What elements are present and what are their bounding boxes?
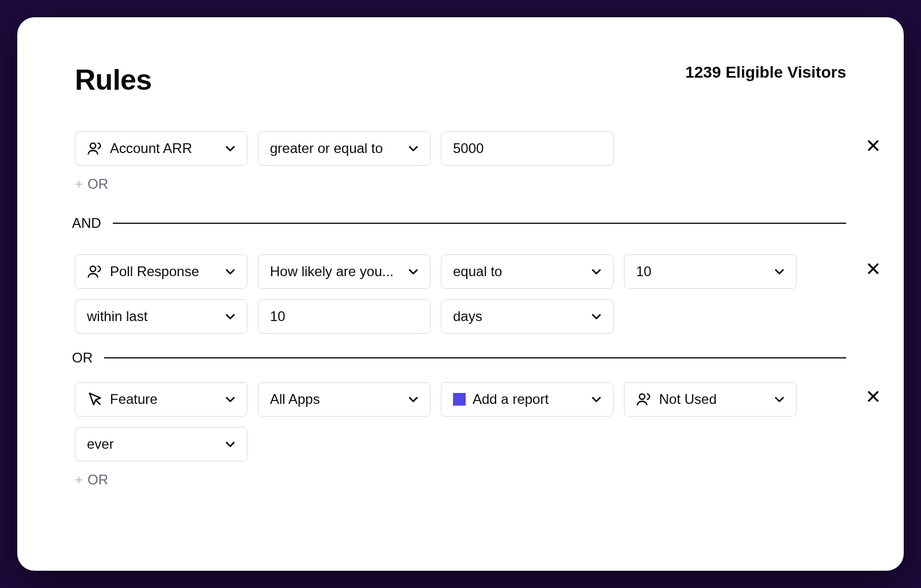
svg-point-5	[90, 266, 96, 272]
add-or-button[interactable]: + OR	[75, 176, 846, 192]
remove-rule-button[interactable]	[866, 138, 881, 153]
field-label: greater or equal to	[270, 140, 401, 156]
attribute-select[interactable]: Feature	[75, 382, 248, 417]
poll-select[interactable]: How likely are you...	[258, 254, 431, 289]
timeframe-select[interactable]: ever	[75, 427, 248, 461]
chevron-down-icon	[774, 268, 785, 276]
operator-select[interactable]: equal to	[441, 254, 614, 289]
rule-row: Feature All Apps Add a report Not Used	[75, 382, 846, 417]
value-input-field[interactable]	[453, 140, 602, 156]
field-label: Feature	[110, 391, 218, 407]
field-label: Add a report	[473, 391, 584, 407]
chevron-down-icon	[225, 440, 235, 448]
and-separator: AND	[72, 215, 846, 231]
operator-select[interactable]: greater or equal to	[258, 131, 431, 166]
chevron-down-icon	[225, 268, 235, 276]
add-or-label: OR	[87, 472, 108, 488]
people-icon	[87, 264, 103, 280]
field-label: All Apps	[270, 391, 401, 407]
rule-row: Poll Response How likely are you... equa…	[75, 254, 846, 289]
app-select[interactable]: All Apps	[258, 382, 431, 417]
field-label: Not Used	[659, 391, 767, 407]
rules-card: Rules 1239 Eligible Visitors Account ARR…	[17, 17, 904, 571]
separator-label: OR	[72, 350, 93, 366]
feature-select[interactable]: Add a report	[441, 382, 614, 417]
duration-input-field[interactable]	[270, 308, 418, 324]
chevron-down-icon	[591, 312, 602, 320]
duration-input[interactable]	[258, 299, 431, 334]
people-icon	[87, 140, 103, 156]
unit-select[interactable]: days	[441, 299, 614, 334]
value-input[interactable]	[441, 131, 614, 166]
attribute-select[interactable]: Poll Response	[75, 254, 248, 289]
remove-rule-button[interactable]	[866, 389, 881, 404]
chevron-down-icon	[591, 395, 602, 403]
timeframe-select[interactable]: within last	[75, 299, 248, 334]
color-swatch	[453, 393, 466, 406]
separator-line	[104, 357, 846, 359]
chevron-down-icon	[774, 395, 785, 403]
rule-row: Account ARR greater or equal to	[75, 131, 846, 166]
field-label: 10	[636, 264, 767, 280]
rule-row: within last days	[75, 299, 846, 334]
plus-icon: +	[75, 176, 83, 192]
people-icon	[636, 391, 652, 407]
rule-block-3: Feature All Apps Add a report Not Used	[75, 382, 846, 488]
add-or-label: OR	[87, 176, 108, 192]
separator-line	[113, 223, 846, 224]
field-label: Poll Response	[110, 264, 218, 280]
rule-block-2: Poll Response How likely are you... equa…	[75, 254, 846, 334]
page-title: Rules	[75, 63, 152, 97]
header: Rules 1239 Eligible Visitors	[75, 63, 846, 97]
usage-select[interactable]: Not Used	[624, 382, 797, 417]
remove-rule-button[interactable]	[866, 261, 881, 276]
svg-point-2	[90, 143, 96, 148]
value-select[interactable]: 10	[624, 254, 797, 289]
chevron-down-icon	[408, 268, 418, 276]
eligible-visitors-count: 1239 Eligible Visitors	[685, 63, 846, 82]
attribute-select[interactable]: Account ARR	[75, 131, 248, 166]
field-label: Account ARR	[110, 140, 218, 156]
rule-block-1: Account ARR greater or equal to + OR	[75, 131, 846, 192]
field-label: days	[453, 308, 584, 324]
chevron-down-icon	[225, 144, 235, 152]
field-label: within last	[87, 308, 218, 324]
add-or-button[interactable]: + OR	[75, 472, 846, 488]
cursor-icon	[87, 391, 103, 407]
separator-label: AND	[72, 215, 101, 231]
plus-icon: +	[75, 472, 83, 488]
chevron-down-icon	[591, 268, 602, 276]
rule-row: ever	[75, 427, 846, 461]
svg-line-8	[96, 400, 100, 404]
chevron-down-icon	[408, 395, 418, 403]
chevron-down-icon	[225, 395, 235, 403]
chevron-down-icon	[225, 312, 235, 320]
field-label: ever	[87, 436, 218, 452]
field-label: equal to	[453, 264, 584, 280]
or-separator: OR	[72, 350, 846, 366]
field-label: How likely are you...	[270, 264, 401, 280]
svg-point-9	[640, 394, 645, 399]
chevron-down-icon	[408, 144, 418, 152]
